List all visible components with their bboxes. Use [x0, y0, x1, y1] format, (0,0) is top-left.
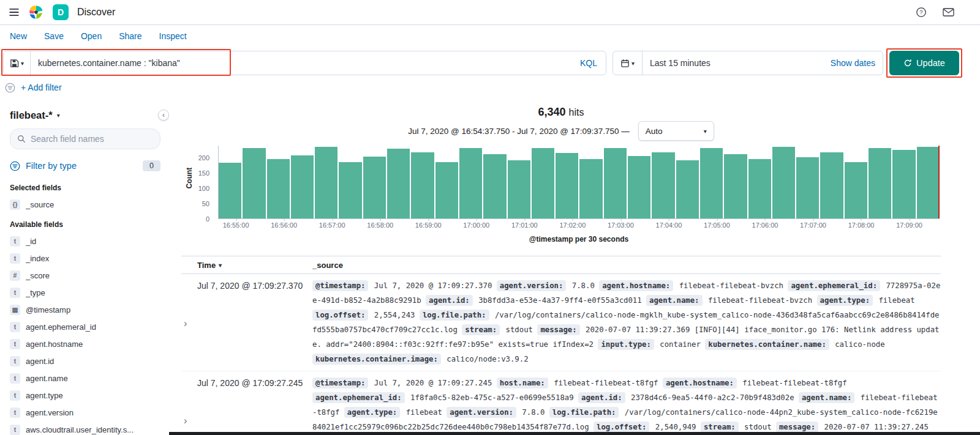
histogram-bar[interactable] [845, 162, 867, 218]
histogram-bar[interactable] [556, 153, 578, 218]
hamburger-menu-icon[interactable] [9, 7, 20, 18]
field-item[interactable]: tagent.id [10, 352, 160, 370]
field-item[interactable]: t_type [10, 284, 160, 301]
field-name-chip: agent.id: [578, 392, 625, 403]
query-bar-row: ▾ kubernetes.container.name : "kibana" K… [0, 47, 980, 79]
field-type-icon: t [10, 288, 20, 298]
histogram-bar[interactable] [387, 149, 410, 218]
field-item[interactable]: tagent.type [10, 387, 160, 404]
histogram-bar[interactable] [700, 148, 723, 218]
histogram-bar[interactable] [363, 157, 386, 218]
field-item[interactable]: t_index [10, 250, 160, 267]
field-item[interactable]: t_id [10, 232, 160, 250]
histogram-bar[interactable] [748, 159, 771, 218]
field-name-chip: stream: [701, 422, 739, 433]
quick-select-time-button[interactable]: ▾ [613, 51, 643, 75]
histogram-bar[interactable] [820, 152, 843, 218]
x-axis-tick-label: 17:01:00 [511, 221, 538, 229]
query-text: kubernetes.container.name : "kibana" [38, 58, 180, 68]
field-name-label: _index [26, 254, 49, 263]
field-item[interactable]: taws.cloudtrail.user_identity.s... [10, 421, 160, 435]
query-input[interactable]: kubernetes.container.name : "kibana" [31, 51, 571, 75]
y-axis-tick-label: 200 [198, 154, 209, 162]
field-item[interactable]: {}_source [10, 196, 160, 213]
field-item[interactable]: tagent.version [10, 404, 160, 421]
field-item[interactable]: ▦@timestamp [10, 301, 160, 318]
field-item[interactable]: tagent.hostname [10, 335, 160, 352]
field-name-chip: log.file.path: [420, 310, 489, 321]
search-icon [17, 135, 26, 143]
help-icon[interactable]: ? [916, 7, 927, 18]
field-name-label: agent.type [26, 391, 63, 400]
histogram-bar[interactable] [219, 163, 241, 218]
histogram-bar[interactable] [508, 160, 530, 218]
table-row: ›Jul 7, 2020 @ 17:09:27.245@timestamp: J… [181, 371, 941, 435]
top-menu-item-open[interactable]: Open [81, 31, 102, 41]
field-type-icon: t [10, 373, 20, 384]
field-name-chip: message: [776, 422, 818, 433]
histogram-bar[interactable] [579, 159, 602, 218]
add-filter-button[interactable]: + Add filter [21, 83, 62, 92]
time-range-value[interactable]: Last 15 minutes [643, 58, 710, 68]
field-name-chip: agent.id: [426, 295, 473, 306]
kibana-discover-app: D Discover ? NewSaveOpenShareInspect ▾ k… [0, 0, 980, 435]
filter-by-type-button[interactable]: Filter by type [26, 161, 77, 171]
histogram-bar[interactable] [483, 154, 506, 218]
histogram-bar[interactable] [339, 162, 361, 218]
histogram-bar[interactable] [532, 148, 554, 218]
histogram-bar[interactable] [724, 154, 747, 218]
page-title: Discover [77, 7, 115, 18]
top-menu-item-new[interactable]: New [10, 31, 27, 41]
field-search-box [10, 128, 160, 149]
save-query-button[interactable]: ▾ [4, 51, 31, 75]
interval-select[interactable]: Auto ▾ [638, 121, 714, 141]
histogram-bar[interactable] [291, 155, 314, 218]
histogram-bar[interactable] [628, 156, 650, 218]
histogram-bar[interactable] [315, 147, 337, 218]
field-name-label: agent.version [26, 408, 74, 417]
histogram-bar[interactable] [267, 159, 290, 218]
x-axis-tick-label: 16:59:00 [415, 221, 442, 229]
histogram-bar[interactable] [892, 150, 915, 218]
histogram-bar[interactable] [604, 148, 627, 218]
index-pattern-select[interactable]: filebeat-* [10, 110, 53, 121]
field-search-input[interactable] [31, 134, 153, 144]
chart-time-range: Jul 7, 2020 @ 16:54:37.750 - Jul 7, 2020… [408, 127, 629, 136]
field-name-chip: agent.hostname: [599, 280, 673, 291]
top-menu-item-share[interactable]: Share [119, 31, 141, 41]
field-name-chip: kubernetes.container.image: [312, 354, 441, 365]
newsfeed-envelope-icon[interactable] [943, 7, 954, 17]
collapse-sidebar-button[interactable]: ‹ [158, 110, 169, 121]
expand-row-button[interactable]: › [181, 278, 197, 366]
histogram-bar[interactable] [435, 162, 458, 218]
field-item[interactable]: tagent.name [10, 370, 160, 387]
top-menu-item-inspect[interactable]: Inspect [159, 31, 187, 41]
histogram-bar[interactable] [243, 148, 265, 218]
time-column-header[interactable]: Time ▾ [197, 261, 312, 270]
sort-descending-icon[interactable]: ▾ [219, 262, 222, 269]
field-name-label: _source [26, 200, 54, 209]
x-axis-tick-label: 17:09:00 [896, 221, 922, 229]
query-language-button[interactable]: KQL [571, 51, 606, 75]
field-name-chip: log.offset: [594, 422, 649, 433]
top-menu-item-save[interactable]: Save [44, 31, 64, 41]
update-button[interactable]: Update [889, 51, 959, 75]
histogram-bar[interactable] [772, 147, 795, 218]
query-control: ▾ kubernetes.container.name : "kibana" K… [3, 51, 606, 75]
update-button-wrap: Update [889, 51, 959, 75]
histogram-bar[interactable] [652, 152, 674, 218]
chevron-down-icon: ▾ [704, 128, 707, 135]
histogram-bar[interactable] [459, 148, 482, 218]
expand-row-button[interactable]: › [181, 376, 197, 435]
histogram-bar[interactable] [411, 152, 434, 218]
field-name-label: @timestamp [26, 305, 70, 314]
histogram-bar[interactable] [869, 148, 891, 218]
field-item[interactable]: #_score [10, 267, 160, 284]
field-name-chip: agent.ephemeral_id: [788, 280, 880, 291]
x-axis: 16:55:0016:56:0016:57:0016:58:0016:59:00… [218, 221, 940, 230]
histogram-bar[interactable] [917, 147, 940, 218]
histogram-bar[interactable] [676, 160, 699, 218]
show-dates-button[interactable]: Show dates [831, 58, 883, 68]
field-item[interactable]: tagent.ephemeral_id [10, 318, 160, 335]
histogram-bar[interactable] [796, 157, 819, 218]
